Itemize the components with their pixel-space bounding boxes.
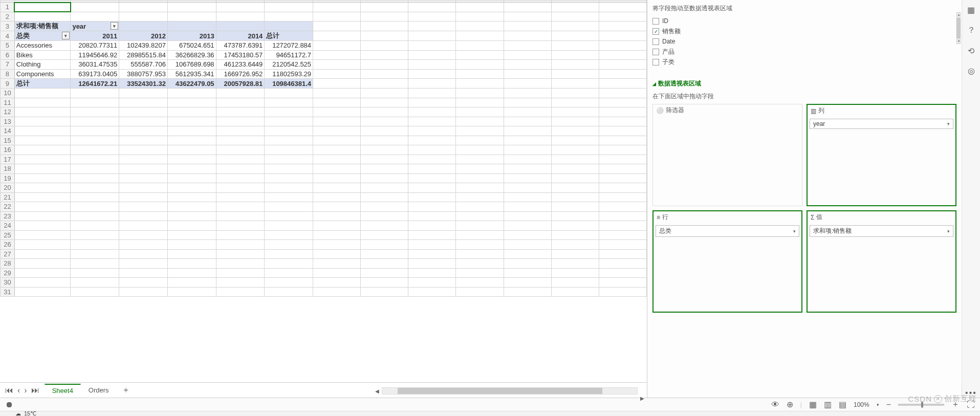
row-header[interactable]: 9 [1,79,15,89]
checkbox-icon[interactable]: ✓ [652,28,659,35]
pivot-row-total[interactable]: 94651172.7 [265,50,313,60]
pivot-cell[interactable]: 102439.8207 [119,41,168,51]
field-list[interactable]: ID ✓销售额 Date 产品 子类 [652,16,956,73]
field-list-scroll-up-icon[interactable]: ▲ [956,12,961,17]
pivot-row-label[interactable]: Bikes [14,50,71,60]
dropdown-icon[interactable]: ▾ [111,22,118,30]
chevron-down-icon[interactable]: ▾ [793,229,796,234]
row-header[interactable]: 4 [1,31,15,41]
target-icon[interactable]: ◎ [968,66,975,76]
checkbox-icon[interactable] [652,38,659,45]
row-header[interactable]: 13 [1,117,15,126]
zoom-out-icon[interactable]: − [886,400,891,409]
last-sheet-icon[interactable]: ⏭ [31,386,39,395]
pivot-col-label[interactable]: 2011 [71,31,119,41]
pivot-row-field[interactable]: 总类▾ [14,31,71,41]
pivot-cell[interactable]: 555587.706 [119,60,168,70]
pivot-cell[interactable]: 473787.6391 [216,41,265,51]
row-header[interactable]: 27 [1,249,15,259]
row-header[interactable]: 12 [1,107,15,117]
pivot-cell[interactable]: 20820.77311 [71,41,119,51]
pivot-col-label[interactable]: 2012 [119,31,168,41]
row-header[interactable]: 18 [1,164,15,174]
pivot-row-total[interactable]: 1272072.884 [265,41,313,51]
prev-sheet-icon[interactable]: ‹ [17,386,20,395]
pivot-grand-cell[interactable]: 33524301.32 [119,79,168,89]
pivot-cell[interactable]: 1067689.698 [167,60,216,70]
tab-orders[interactable]: Orders [81,384,117,397]
normal-view-icon[interactable]: ▦ [809,400,817,409]
field-list-scroll-down-icon[interactable]: ▼ [956,39,961,44]
filter-area[interactable]: ⚪筛选器 [652,104,802,206]
pivot-column-field[interactable]: year▾ [71,21,119,31]
row-header[interactable]: 5 [1,41,15,51]
first-sheet-icon[interactable]: ⏮ [5,386,13,395]
zoom-slider[interactable] [898,404,944,406]
pivot-cell[interactable]: 28985515.84 [119,50,168,60]
pivot-cell[interactable]: 675024.651 [167,41,216,51]
pivot-row-label[interactable]: Clothing [14,60,71,70]
next-sheet-icon[interactable]: › [24,386,27,395]
area-item-sum-sales[interactable]: 求和项:销售额▾ [810,225,953,237]
row-header[interactable]: 2 [1,12,15,21]
cell-A1[interactable] [14,3,71,12]
chevron-down-icon[interactable]: ▾ [947,229,950,234]
fullscreen-icon[interactable]: ⛶ [967,400,975,409]
row-header[interactable]: 23 [1,211,15,221]
pivot-grand-row-label[interactable]: 总计 [14,79,71,89]
pivot-grand-cell[interactable]: 20057928.81 [216,79,265,89]
zoom-in-icon[interactable]: ＋ [951,399,960,410]
row-header[interactable]: 15 [1,136,15,145]
pivot-col-label[interactable]: 2014 [216,31,265,41]
field-item[interactable]: 产品 [652,47,956,57]
field-item[interactable]: 子类 [652,57,956,67]
row-header[interactable]: 25 [1,230,15,240]
field-item[interactable]: ✓销售额 [652,26,956,36]
weather-icon[interactable]: ☁ [15,410,21,416]
field-list-scroll-thumb[interactable] [956,18,961,38]
row-header[interactable]: 10 [1,89,15,98]
pivot-grand-cell[interactable]: 12641672.21 [71,79,119,89]
row-header[interactable]: 16 [1,145,15,155]
eye-icon[interactable]: 👁 [771,400,779,409]
row-header[interactable]: 24 [1,221,15,231]
row-header[interactable]: 1 [1,3,15,12]
row-header[interactable]: 7 [1,60,15,70]
row-header[interactable]: 8 [1,69,15,79]
row-header[interactable]: 17 [1,155,15,164]
row-header[interactable]: 26 [1,240,15,250]
pivot-grand-cell[interactable]: 43622479.05 [167,79,216,89]
pivot-row-total[interactable]: 11802593.29 [265,69,313,79]
row-header[interactable]: 21 [1,192,15,202]
pivot-col-label[interactable]: 2013 [167,31,216,41]
pivot-cell[interactable]: 11945646.92 [71,50,119,60]
pivot-cell[interactable]: 36266829.36 [167,50,216,60]
record-macro-icon[interactable]: ⏺ [5,400,13,409]
analysis-icon[interactable]: ⟲ [968,46,974,56]
pivot-row-total[interactable]: 2120542.525 [265,60,313,70]
row-header[interactable]: 22 [1,202,15,212]
row-header[interactable]: 29 [1,268,15,278]
pivot-cell[interactable]: 461233.6449 [216,60,265,70]
row-area[interactable]: ≡行 总类▾ [652,210,802,313]
tab-sheet4[interactable]: Sheet4 [45,384,81,397]
pivot-cell[interactable]: 17453180.57 [216,50,265,60]
zoom-value[interactable]: 100% [854,401,869,408]
area-item-category[interactable]: 总类▾ [656,225,799,237]
field-item[interactable]: Date [652,36,956,47]
row-header[interactable]: 14 [1,126,15,136]
pivot-cell[interactable]: 5612935.341 [167,69,216,79]
chevron-down-icon[interactable]: ▾ [877,402,879,407]
field-item[interactable]: ID [652,16,956,26]
pivot-value-field[interactable]: 求和项:销售额 [14,21,71,31]
row-header[interactable]: 6 [1,50,15,60]
row-header[interactable]: 28 [1,259,15,269]
row-header[interactable]: 20 [1,183,15,193]
pivot-row-label[interactable]: Accessories [14,41,71,51]
value-area[interactable]: Σ值 求和项:销售额▾ [807,210,956,313]
horizontal-scrollbar[interactable]: ◀ ▶ [382,387,638,395]
add-sheet-button[interactable]: ＋ [117,385,135,396]
help-icon[interactable]: ？ [967,25,975,36]
pivot-cell[interactable]: 3880757.953 [119,69,168,79]
chevron-down-icon[interactable]: ▾ [947,121,950,126]
